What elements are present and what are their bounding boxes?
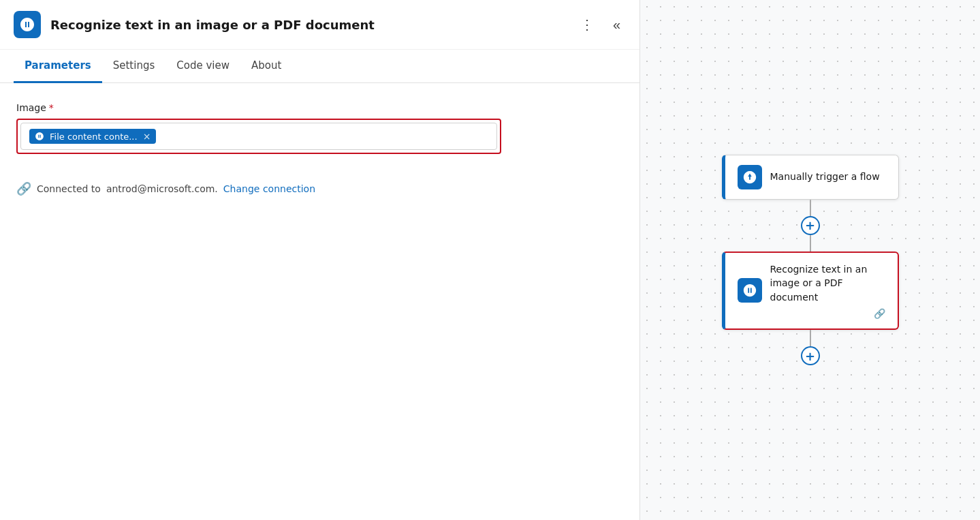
- recognize-node-content: Recognize text in an image or a PDF docu…: [770, 262, 885, 320]
- add-step-button-1[interactable]: +: [801, 216, 820, 235]
- token-trigger-icon: [35, 132, 44, 141]
- trigger-node-icon: [738, 165, 762, 189]
- collapse-button[interactable]: «: [607, 14, 626, 35]
- flow-canvas: Manually trigger a flow + Recognize text…: [722, 155, 899, 366]
- image-field-wrapper: File content conte... ×: [16, 119, 501, 154]
- link-icon: 🔗: [16, 181, 31, 196]
- connector-1: +: [801, 200, 820, 251]
- recognize-icon: [742, 284, 757, 299]
- change-connection-link[interactable]: Change connection: [223, 183, 315, 194]
- left-panel: Recognize text in an image or a PDF docu…: [0, 0, 640, 520]
- file-content-token[interactable]: File content conte... ×: [29, 129, 156, 144]
- trigger-node[interactable]: Manually trigger a flow: [722, 155, 899, 200]
- connector-line-2: [810, 235, 811, 251]
- recognize-node[interactable]: Recognize text in an image or a PDF docu…: [722, 251, 899, 331]
- token-close-button[interactable]: ×: [143, 131, 151, 142]
- connection-row: 🔗 Connected to antrod@microsoft.com. Cha…: [16, 181, 623, 196]
- node-link-icon: 🔗: [874, 308, 885, 319]
- required-star: *: [49, 102, 54, 113]
- image-field-input[interactable]: File content conte... ×: [20, 123, 497, 150]
- tab-parameters[interactable]: Parameters: [14, 50, 102, 83]
- header-actions: ⋮ «: [575, 14, 626, 35]
- tab-codeview[interactable]: Code view: [165, 50, 240, 83]
- image-field-label: Image *: [16, 102, 623, 113]
- trigger-icon: [742, 170, 757, 185]
- panel-content: Image * File content conte... ×: [0, 83, 639, 520]
- panel-header: Recognize text in an image or a PDF docu…: [0, 0, 639, 50]
- recognize-node-footer: 🔗: [770, 304, 885, 319]
- connector-line-3: [810, 330, 811, 346]
- recognize-node-label: Recognize text in an image or a PDF docu…: [770, 264, 868, 303]
- recognize-node-icon: [738, 279, 762, 303]
- token-icon: [35, 131, 46, 142]
- tab-settings[interactable]: Settings: [102, 50, 166, 83]
- token-label: File content conte...: [50, 132, 138, 142]
- connector-2: +: [801, 330, 820, 365]
- add-step-button-2[interactable]: +: [801, 346, 820, 365]
- trigger-node-label: Manually trigger a flow: [770, 170, 880, 184]
- ocr-icon: [19, 16, 35, 33]
- tab-about[interactable]: About: [240, 50, 292, 83]
- connection-email: antrod@microsoft.com.: [106, 183, 218, 194]
- connection-prefix: Connected to: [37, 183, 101, 194]
- tabs: Parameters Settings Code view About: [0, 50, 639, 83]
- panel-icon: [14, 11, 41, 38]
- panel-title: Recognize text in an image or a PDF docu…: [50, 18, 565, 32]
- more-options-button[interactable]: ⋮: [575, 14, 599, 35]
- right-panel: Manually trigger a flow + Recognize text…: [640, 0, 980, 520]
- connector-line-1: [810, 200, 811, 216]
- image-field-group: Image * File content conte... ×: [16, 102, 623, 154]
